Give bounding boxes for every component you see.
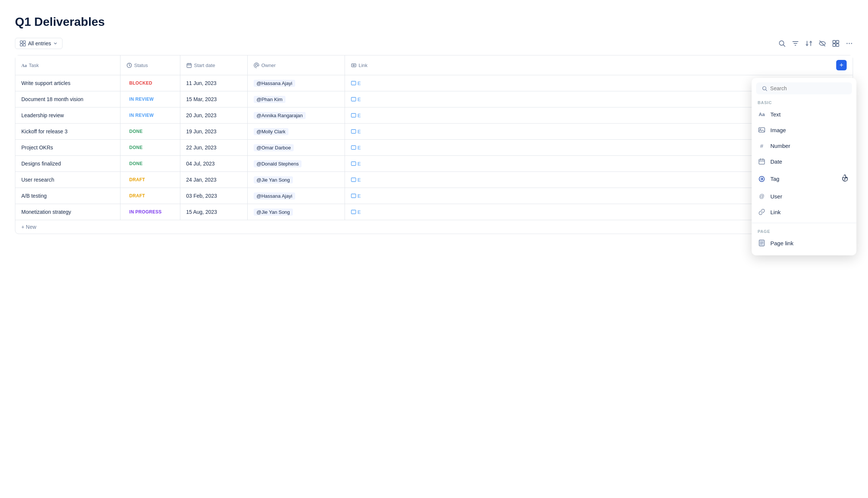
svg-point-19 [762,86,766,90]
filter-icon[interactable] [792,40,799,47]
dropdown-item-number-label: Number [770,143,790,149]
owner-cell[interactable]: @Jie Yan Song [247,204,345,220]
task-cell[interactable]: Write support articles [15,75,120,91]
col-owner[interactable]: Owner [247,55,345,75]
dropdown-item-number[interactable]: # Number [752,138,856,154]
owner-cell[interactable]: @Molly Clark [247,124,345,140]
status-cell[interactable]: DONE [120,124,180,140]
view-icon[interactable] [832,40,840,47]
date-cell[interactable]: 22 Jun, 2023 [180,140,247,156]
col-status[interactable]: Status [120,55,180,75]
task-cell[interactable]: Kickoff for release 3 [15,124,120,140]
owner-cell[interactable]: @Phan Kim [247,91,345,107]
link-row-label: E [358,193,361,199]
date-cell[interactable]: 15 Aug, 2023 [180,204,247,220]
all-entries-label: All entries [28,40,51,46]
link-row-icon [351,81,356,86]
svg-text:Aa: Aa [21,63,27,68]
dropdown-item-link-label: Link [770,209,781,215]
status-cell[interactable]: IN PROGRESS [120,204,180,220]
owner-tag: @Omar Darboe [254,144,294,151]
task-cell[interactable]: Project OKRs [15,140,120,156]
date-cell[interactable]: 20 Jun, 2023 [180,107,247,124]
page-title: Q1 Deliverables [15,15,853,29]
status-badge: DRAFT [126,176,148,183]
task-cell[interactable]: A/B testing [15,188,120,204]
dropdown-item-link[interactable]: Link [752,204,856,220]
link-row-label: E [358,177,361,183]
task-cell[interactable]: Leadership review [15,107,120,124]
col-link[interactable]: Link + [345,55,853,75]
add-column-dropdown: BASIC Aa Text [752,78,856,255]
status-cell[interactable]: BLOCKED [120,75,180,91]
owner-tag: @Hassana Ajayi [254,192,296,200]
dropdown-item-text[interactable]: Aa Text [752,106,856,122]
dropdown-item-page-link[interactable]: Page link [752,235,856,251]
table-row: User research DRAFT 24 Jan, 2023 @Jie Ya… [15,172,853,188]
svg-rect-29 [351,146,356,149]
date-cell[interactable]: 04 Jul, 2023 [180,156,247,172]
task-cell[interactable]: Monetization strategy [15,204,120,220]
owner-cell[interactable]: @Omar Darboe [247,140,345,156]
status-cell[interactable]: DONE [120,140,180,156]
add-new-row[interactable]: + New [15,220,853,234]
add-column-button[interactable]: + [836,60,847,70]
svg-rect-16 [187,64,191,68]
link-row-icon [351,97,356,102]
link-row-icon [351,129,356,134]
col-task[interactable]: Aa Task [15,55,120,75]
svg-point-21 [760,129,761,130]
date-cell[interactable]: 19 Jun, 2023 [180,124,247,140]
status-cell[interactable]: DRAFT [120,188,180,204]
col-link-label: Link [359,63,368,68]
section-basic-label: BASIC [752,97,856,106]
dropdown-item-date[interactable]: Date [752,154,856,169]
status-cell[interactable]: IN REVIEW [120,107,180,124]
dropdown-search-icon [762,86,767,91]
owner-cell[interactable]: @Donald Stephens [247,156,345,172]
sort-icon[interactable] [805,40,813,47]
svg-rect-2 [20,44,22,46]
all-entries-button[interactable]: All entries [15,38,62,49]
status-cell[interactable]: IN REVIEW [120,91,180,107]
text-dropdown-icon: Aa [758,110,766,118]
date-cell[interactable]: 11 Jun, 2023 [180,75,247,91]
link-row-label: E [358,161,361,167]
dropdown-item-tag[interactable]: Tag [752,169,856,188]
task-cell[interactable]: Designs finalized [15,156,120,172]
section-page-label: PAGE [752,226,856,235]
date-cell[interactable]: 15 Mar, 2023 [180,91,247,107]
task-cell[interactable]: User research [15,172,120,188]
owner-tag: @Jie Yan Song [254,176,293,183]
cursor-hand-icon [840,173,850,185]
svg-rect-10 [836,44,839,46]
link-row-label: E [358,97,361,102]
status-cell[interactable]: DONE [120,156,180,172]
svg-rect-28 [351,130,356,133]
link-dropdown-icon [758,208,766,216]
text-col-icon: Aa [21,63,27,68]
more-icon[interactable] [846,40,853,47]
owner-cell[interactable]: @Hassana Ajayi [247,75,345,91]
owner-cell[interactable]: @Annika Rangarajan [247,107,345,124]
hide-icon[interactable] [819,40,826,47]
table-row: Write support articles BLOCKED 11 Jun, 2… [15,75,853,91]
add-new-cell[interactable]: + New [15,220,853,234]
table-row: A/B testing DRAFT 03 Feb, 2023 @Hassana … [15,188,853,204]
svg-point-17 [255,64,257,66]
task-cell[interactable]: Document 18 month vision [15,91,120,107]
owner-cell[interactable]: @Jie Yan Song [247,172,345,188]
status-cell[interactable]: DRAFT [120,172,180,188]
col-start-date[interactable]: Start date [180,55,247,75]
dropdown-search-input[interactable] [770,85,846,91]
toolbar: All entries [15,38,853,49]
date-cell[interactable]: 24 Jan, 2023 [180,172,247,188]
dropdown-item-image[interactable]: Image [752,122,856,138]
dropdown-item-user[interactable]: @ User [752,188,856,204]
owner-cell[interactable]: @Hassana Ajayi [247,188,345,204]
col-start-date-label: Start date [194,63,215,68]
search-toolbar-icon[interactable] [778,40,786,47]
status-badge: IN PROGRESS [126,209,165,215]
col-task-label: Task [29,63,39,68]
date-cell[interactable]: 03 Feb, 2023 [180,188,247,204]
